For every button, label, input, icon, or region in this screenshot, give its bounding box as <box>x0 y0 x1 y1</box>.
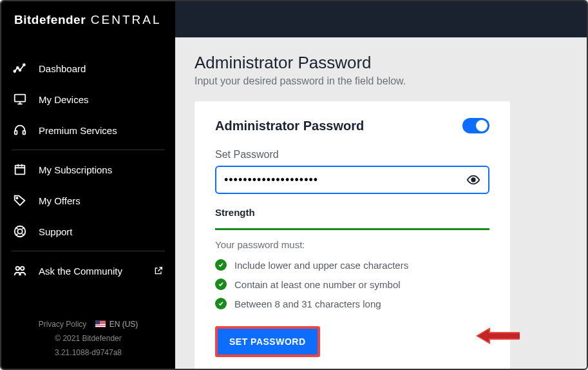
set-password-button[interactable]: SET PASSWORD <box>218 329 318 355</box>
svg-point-0 <box>14 70 15 72</box>
us-flag-icon <box>95 320 106 327</box>
sidebar-item-label: Dashboard <box>39 63 86 74</box>
sidebar-footer: Privacy Policy EN (US) © 2021 Bitdefende… <box>1 311 175 369</box>
top-bar <box>175 1 587 37</box>
external-link-icon <box>153 266 164 276</box>
svg-point-10 <box>17 229 22 233</box>
svg-rect-4 <box>15 95 26 102</box>
sidebar-item-label: Premium Services <box>39 125 117 136</box>
password-input[interactable] <box>224 173 466 187</box>
rule-item: Between 8 and 31 characters long <box>215 298 489 309</box>
sidebar-item-premium[interactable]: Premium Services <box>1 115 175 146</box>
field-label: Set Password <box>215 149 489 161</box>
svg-point-11 <box>16 267 19 271</box>
sidebar-item-dashboard[interactable]: Dashboard <box>1 53 175 84</box>
divider <box>12 150 165 150</box>
language-selector[interactable]: EN (US) <box>95 320 138 329</box>
svg-rect-6 <box>23 131 26 135</box>
sidebar-item-label: My Offers <box>39 195 81 206</box>
button-highlight: SET PASSWORD <box>215 326 320 357</box>
check-icon <box>215 298 227 309</box>
sidebar-item-label: My Devices <box>39 94 89 105</box>
rule-item: Contain at least one number or symbol <box>215 278 489 290</box>
copyright: © 2021 Bitdefender <box>1 331 175 346</box>
page-title: Administrator Password <box>194 53 567 73</box>
brand-logo: Bitdefender CENTRAL <box>1 1 175 40</box>
svg-rect-7 <box>15 166 25 175</box>
sidebar-item-label: My Subscriptions <box>39 164 112 175</box>
calendar-icon <box>13 162 27 177</box>
password-card: Administrator Password Set Password Stre… <box>194 101 510 369</box>
svg-point-12 <box>21 267 24 271</box>
version: 3.21.1088-d9747a8 <box>1 346 175 360</box>
sidebar-item-devices[interactable]: My Devices <box>1 84 175 115</box>
page-subtitle: Input your desired password in the field… <box>194 75 567 87</box>
headset-icon <box>13 123 27 137</box>
sidebar-nav: Dashboard My Devices Premium Services My… <box>1 40 175 311</box>
privacy-link[interactable]: Privacy Policy <box>39 320 87 329</box>
sidebar-item-support[interactable]: Support <box>1 216 175 247</box>
main-content: Administrator Password Input your desire… <box>175 37 587 369</box>
password-input-wrap <box>215 166 489 194</box>
svg-point-2 <box>19 69 21 71</box>
sidebar-item-offers[interactable]: My Offers <box>1 185 175 216</box>
svg-point-3 <box>23 64 25 66</box>
annotation-arrow-icon <box>475 326 520 346</box>
card-title: Administrator Password <box>215 119 364 133</box>
strength-label: Strength <box>215 207 489 218</box>
check-icon <box>215 259 227 271</box>
tag-icon <box>13 193 27 208</box>
rule-item: Include lower and upper case characters <box>215 259 489 271</box>
sidebar-item-community[interactable]: Ask the Community <box>1 255 175 286</box>
monitor-icon <box>13 92 27 106</box>
sidebar-item-subscriptions[interactable]: My Subscriptions <box>1 154 175 185</box>
sidebar: Bitdefender CENTRAL Dashboard My Devices… <box>1 1 175 369</box>
check-icon <box>215 278 227 290</box>
password-toggle[interactable] <box>462 118 489 133</box>
chart-line-icon <box>13 61 27 75</box>
svg-rect-5 <box>15 131 17 135</box>
divider <box>12 251 165 251</box>
svg-point-8 <box>16 197 17 199</box>
sidebar-item-label: Ask the Community <box>39 266 122 277</box>
strength-bar <box>215 228 489 230</box>
eye-icon[interactable] <box>466 173 480 187</box>
rules-title: Your password must: <box>215 239 489 250</box>
sidebar-item-label: Support <box>39 226 73 237</box>
svg-point-1 <box>17 67 19 69</box>
lifebuoy-icon <box>13 224 27 239</box>
community-icon <box>13 264 27 278</box>
svg-point-13 <box>471 178 475 182</box>
